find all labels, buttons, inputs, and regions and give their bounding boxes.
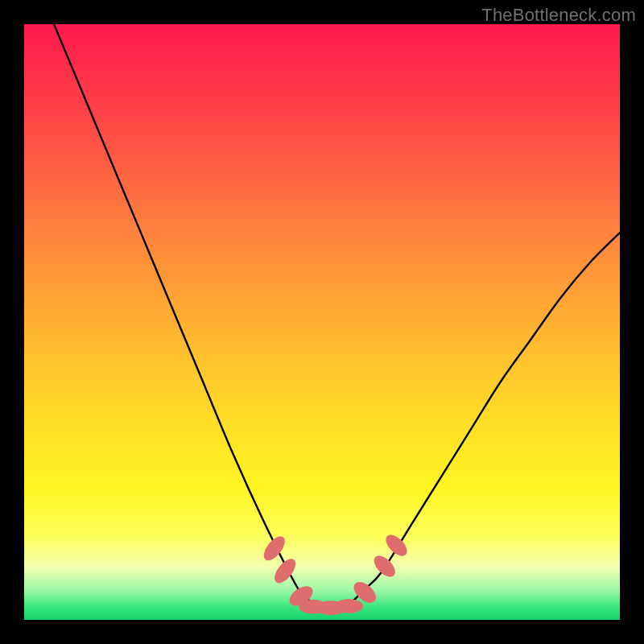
chart-svg [24, 24, 620, 620]
curve-marker [260, 533, 289, 564]
curve-markers [260, 531, 411, 615]
curve-marker [335, 599, 364, 613]
curve-marker [382, 531, 411, 560]
chart-plot-area [24, 24, 620, 620]
watermark-text: TheBottleneck.com [481, 5, 636, 26]
bottleneck-curve [54, 24, 620, 609]
curve-marker [370, 552, 399, 581]
chart-frame: TheBottleneck.com [0, 0, 644, 644]
